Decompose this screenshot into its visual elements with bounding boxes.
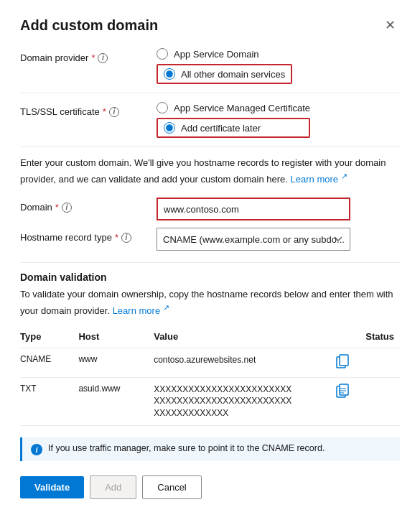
domain-field-row: Domain * i: [20, 198, 400, 220]
radio-add-later-input[interactable]: [164, 122, 175, 134]
radio-other-domain[interactable]: All other domain services: [157, 64, 292, 84]
external-link-icon: ↗: [341, 172, 347, 180]
row1-value: contoso.azurewebsites.net: [154, 348, 336, 377]
required-marker: *: [91, 52, 95, 63]
row2-copy[interactable]: [336, 377, 365, 425]
description-learn-more-link[interactable]: Learn more ↗: [291, 174, 347, 185]
radio-other-domain-label: All other domain services: [181, 69, 285, 80]
validation-table: Type Host Value Status CNAME www contoso…: [20, 327, 400, 426]
row2-value: XXXXXXXXXXXXXXXXXXXXXXXXXXXXXXXXXXXXXXXX…: [154, 377, 336, 425]
col-host: Host: [78, 327, 154, 348]
dialog-header: Add custom domain ✕: [20, 17, 400, 34]
row1-host: www: [78, 348, 154, 377]
dialog-title: Add custom domain: [20, 17, 158, 34]
description-text: Enter your custom domain. We'll give you…: [20, 156, 400, 186]
add-custom-domain-dialog: Add custom domain ✕ Domain provider * i …: [0, 0, 420, 520]
tls-ssl-options: App Service Managed Certificate Add cert…: [157, 102, 310, 138]
radio-managed-cert-label: App Service Managed Certificate: [174, 103, 310, 113]
svg-rect-1: [340, 355, 348, 366]
table-row: CNAME www contoso.azurewebsites.net: [20, 348, 400, 377]
radio-app-service-label: App Service Domain: [174, 49, 259, 60]
domain-provider-label: Domain provider * i: [20, 48, 157, 63]
col-action: [336, 327, 365, 348]
radio-app-service-input[interactable]: [157, 48, 168, 60]
tls-ssl-label: TLS/SSL certificate * i: [20, 102, 157, 117]
info-banner-icon: i: [31, 444, 42, 455]
col-value: Value: [154, 327, 336, 348]
row2-type: TXT: [20, 377, 78, 425]
domain-provider-row: Domain provider * i App Service Domain A…: [20, 48, 400, 84]
hostname-info-icon[interactable]: i: [121, 233, 131, 243]
validation-learn-more-link[interactable]: Learn more ↗: [113, 305, 169, 316]
hostname-record-select[interactable]: CNAME (www.example.com or any subdo... A…: [157, 228, 350, 251]
row2-status: [365, 377, 400, 425]
tls-info-icon[interactable]: i: [109, 107, 119, 117]
domain-field-label: Domain * i: [20, 198, 157, 213]
copy-icon-2[interactable]: [336, 384, 349, 401]
col-type: Type: [20, 327, 78, 348]
info-banner-text: If you use traffic manager, make sure to…: [48, 443, 325, 453]
validation-external-icon: ↗: [163, 303, 169, 312]
cancel-button[interactable]: Cancel: [142, 475, 201, 499]
row1-copy[interactable]: [336, 348, 365, 377]
row2-host: asuid.www: [78, 377, 154, 425]
add-button: Add: [90, 475, 136, 499]
radio-managed-cert-input[interactable]: [157, 102, 168, 113]
row1-status: [365, 348, 400, 377]
domain-required-marker: *: [55, 202, 59, 213]
validation-description: To validate your domain ownership, copy …: [20, 287, 400, 317]
info-banner: i If you use traffic manager, make sure …: [20, 437, 400, 461]
validate-button[interactable]: Validate: [20, 476, 84, 498]
radio-add-later-label: Add certificate later: [181, 123, 261, 134]
col-status: Status: [365, 327, 400, 348]
tls-ssl-row: TLS/SSL certificate * i App Service Mana…: [20, 102, 400, 138]
copy-icon[interactable]: [336, 354, 349, 371]
footer-buttons: Validate Add Cancel: [20, 475, 400, 499]
domain-input[interactable]: [157, 198, 350, 220]
validation-section-title: Domain validation: [20, 271, 400, 283]
domain-provider-options: App Service Domain All other domain serv…: [157, 48, 292, 84]
svg-rect-3: [340, 384, 348, 395]
close-button[interactable]: ✕: [381, 17, 400, 33]
row1-type: CNAME: [20, 348, 78, 377]
hostname-required-marker: *: [115, 232, 118, 243]
radio-managed-cert[interactable]: App Service Managed Certificate: [157, 102, 310, 113]
radio-app-service-domain[interactable]: App Service Domain: [157, 48, 292, 60]
tls-required-marker: *: [103, 106, 106, 117]
radio-add-later[interactable]: Add certificate later: [157, 118, 310, 138]
hostname-record-row: Hostname record type * i CNAME (www.exam…: [20, 228, 400, 251]
hostname-record-label: Hostname record type * i: [20, 228, 157, 243]
domain-info-icon[interactable]: i: [62, 203, 72, 213]
table-row: TXT asuid.www XXXXXXXXXXXXXXXXXXXXXXXXXX…: [20, 377, 400, 425]
domain-validation-section: Domain validation To validate your domai…: [20, 271, 400, 426]
domain-provider-info-icon[interactable]: i: [98, 53, 108, 63]
radio-other-domain-input[interactable]: [164, 68, 175, 80]
